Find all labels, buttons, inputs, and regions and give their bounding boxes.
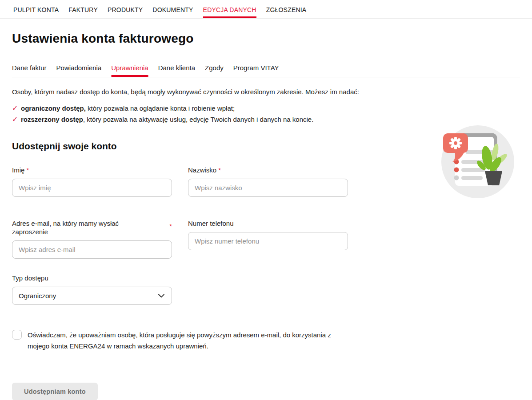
nav-item-edycja-danych[interactable]: EDYCJA DANYCH <box>203 0 256 18</box>
first-name-input[interactable] <box>12 179 172 197</box>
email-label: Adres e-mail, na który mamy wysłać zapro… <box>12 219 172 236</box>
first-name-label: Imię * <box>12 166 172 174</box>
check-icon: ✓ <box>12 114 21 125</box>
phone-label: Numer telefonu <box>188 219 348 228</box>
nav-item-produkty[interactable]: PRODUKTY <box>108 0 143 18</box>
access-types-list: ✓ ograniczony dostęp, który pozwala na o… <box>12 103 520 125</box>
list-item: ✓ rozszerzony dostęp, który pozwala na a… <box>12 114 520 125</box>
consent-label: Oświadczam, że upoważniam osobę, która p… <box>28 329 334 352</box>
tab-program-vitay[interactable]: Program VITAY <box>233 64 279 77</box>
document-settings-illustration <box>441 125 514 198</box>
nav-item-zgloszenia[interactable]: ZGŁOSZENIA <box>266 0 307 18</box>
check-icon: ✓ <box>12 103 21 114</box>
tab-zgody[interactable]: Zgody <box>205 64 224 77</box>
consent-checkbox[interactable] <box>12 330 22 340</box>
required-asterisk: * <box>169 222 172 230</box>
required-asterisk: * <box>218 166 221 174</box>
access-type-select[interactable]: Ograniczony <box>12 287 172 305</box>
first-name-field-group: Imię * <box>12 166 172 197</box>
permissions-intro: Osoby, którym nadasz dostęp do konta, bę… <box>12 88 520 125</box>
form-row-contact: Adres e-mail, na który mamy wysłać zapro… <box>12 219 520 259</box>
intro-paragraph: Osoby, którym nadasz dostęp do konta, bę… <box>12 88 520 96</box>
phone-field-group: Numer telefonu <box>188 219 348 250</box>
access-type-label: Typ dostępu <box>12 274 520 282</box>
tab-powiadomienia[interactable]: Powiadomienia <box>56 64 102 77</box>
share-account-button[interactable]: Udostępniam konto <box>12 383 98 400</box>
chevron-down-icon <box>158 294 164 298</box>
illustration-svg <box>441 125 514 198</box>
nav-item-pulpit-konta[interactable]: PULPIT KONTA <box>13 0 59 18</box>
bullet-text: rozszerzony dostęp, który pozwala na akt… <box>21 114 313 125</box>
tab-dane-faktur[interactable]: Dane faktur <box>12 64 47 77</box>
phone-input[interactable] <box>188 232 348 250</box>
last-name-label: Nazwisko * <box>188 166 348 174</box>
last-name-input[interactable] <box>188 179 348 197</box>
settings-tabs: Dane faktur Powiadomienia Uprawnienia Da… <box>12 64 520 77</box>
consent-row: Oświadczam, że upoważniam osobę, która p… <box>12 329 520 352</box>
list-item: ✓ ograniczony dostęp, który pozwala na o… <box>12 103 520 114</box>
access-type-field-group: Typ dostępu Ograniczony <box>12 274 520 305</box>
bullet-text: ograniczony dostęp, który pozwala na ogl… <box>21 103 235 114</box>
tab-dane-klienta[interactable]: Dane klienta <box>158 64 195 77</box>
top-navigation: PULPIT KONTA FAKTURY PRODUKTY DOKUMENTY … <box>0 0 532 19</box>
access-type-selected-value: Ograniczony <box>19 292 56 300</box>
tab-uprawnienia[interactable]: Uprawnienia <box>111 64 148 77</box>
nav-item-faktury[interactable]: FAKTURY <box>68 0 98 18</box>
email-input[interactable] <box>12 240 172 259</box>
main-content: Ustawienia konta fakturowego Dane faktur… <box>0 32 532 400</box>
last-name-field-group: Nazwisko * <box>188 166 348 197</box>
nav-item-dokumenty[interactable]: DOKUMENTY <box>152 0 193 18</box>
page-title: Ustawienia konta fakturowego <box>12 32 520 46</box>
email-field-group: Adres e-mail, na który mamy wysłać zapro… <box>12 219 172 259</box>
required-asterisk: * <box>27 166 29 174</box>
